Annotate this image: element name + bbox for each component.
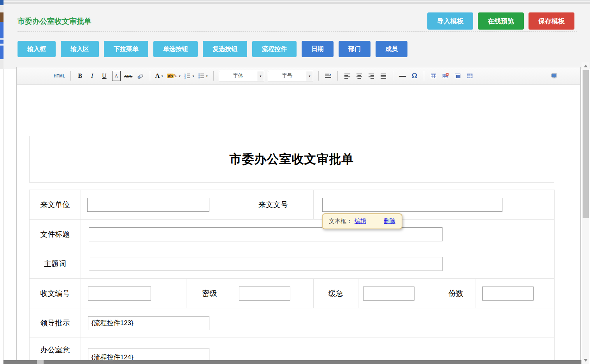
toolbar-separator [393,71,393,81]
align-left-button[interactable] [343,71,351,81]
left-edge-artifact [0,0,4,364]
align-right-icon [368,73,374,79]
security-level-label: 密级 [186,279,233,308]
edge-fragment [0,38,4,40]
add-input-box-button[interactable]: 输入框 [18,41,56,57]
chevron-down-icon: ▼ [161,75,163,77]
dashed-divider [18,31,577,32]
align-center-button[interactable] [355,71,363,81]
highlight-color-button[interactable]: ab ✎ ▼ [167,73,181,79]
edge-fragment [0,0,4,5]
delete-table-button[interactable] [441,71,450,81]
bottom-bar[interactable] [0,360,581,364]
add-flow-control-button[interactable]: 流程控件 [252,41,297,57]
highlight-label: ab [167,74,174,78]
add-radio-button[interactable]: 单选按钮 [153,41,198,57]
incoming-doc-number-input[interactable] [322,198,502,212]
security-level-input[interactable] [239,287,290,301]
toolbar-separator [70,71,71,81]
monitor-icon [551,73,558,79]
leader-instructions-input[interactable] [88,316,209,330]
font-size-label: 字号 [268,72,306,79]
urgency-input[interactable] [363,287,414,301]
document-title-label: 文件标题 [30,220,81,249]
add-checkbox-button[interactable]: 复选按钮 [203,41,247,57]
delete-field-link[interactable]: 删除 [384,218,395,225]
component-toolbar: 输入框 输入区 下拉菜单 单选按钮 复选按钮 流程控件 日期 部门 成员 [18,41,407,57]
form-table: 来文单位 来文文号 文件标题 主题词 收文编号 密 [29,190,555,364]
bold-button[interactable]: B [76,71,84,81]
table-row: 文件标题 [30,220,555,249]
justify-icon [380,73,386,79]
toolbar-separator [337,71,338,81]
align-center-icon [356,73,362,79]
table-properties-button[interactable] [465,71,474,81]
edge-fragment [0,44,4,46]
incoming-unit-cell [81,190,233,220]
indent-button[interactable] [324,71,332,81]
copies-cell [476,279,555,308]
insert-table-button[interactable] [429,71,438,81]
chevron-down-icon: ▼ [192,75,195,77]
underline-button[interactable]: U [100,71,109,81]
cell-properties-button[interactable] [453,71,462,81]
edge-fragment [0,59,4,69]
ordered-list-icon: 1 2 3 [184,73,191,79]
add-date-button[interactable]: 日期 [302,41,334,57]
cell-properties-icon [455,73,461,79]
import-template-button[interactable]: 导入模板 [427,12,473,30]
svg-text:3: 3 [184,77,186,79]
vertical-scrollbar[interactable] [582,62,589,364]
subject-words-input[interactable] [89,257,442,271]
scroll-down-arrow[interactable] [584,359,588,362]
copies-label: 份数 [436,279,476,308]
receipt-number-cell [81,279,186,308]
align-right-button[interactable] [367,71,376,81]
add-department-button[interactable]: 部门 [339,41,371,57]
add-dropdown-button[interactable]: 下拉菜单 [104,41,148,57]
table-icon [430,73,437,79]
template-actions: 导入模板 在线预览 保存模板 [427,12,574,30]
urgency-label: 缓急 [314,279,358,308]
form-title: 市委办公室收文审批单 [230,151,354,167]
unordered-list-button[interactable]: ▼ [198,73,208,79]
pencil-icon: ✎ [173,73,177,79]
field-action-tooltip: 文本框： 编辑 删除 [322,213,402,229]
receipt-number-input[interactable] [88,287,151,301]
leader-instructions-cell [81,308,555,338]
remove-format-button[interactable] [136,71,145,81]
justify-button[interactable] [379,71,388,81]
font-color-button[interactable]: A ▼ [155,72,164,79]
add-textarea-button[interactable]: 输入区 [61,41,99,57]
table-row: 领导批示 [30,308,555,338]
chevron-down-icon: ▼ [205,75,208,77]
edit-field-link[interactable]: 编辑 [355,218,366,225]
source-code-button[interactable]: HTML [54,71,65,81]
incoming-unit-label: 来文单位 [30,190,81,220]
horizontal-rule-button[interactable]: — [398,71,407,81]
edge-fragment [0,12,4,22]
chevron-down-icon: ▼ [306,71,313,81]
copies-input[interactable] [482,287,534,301]
save-template-button[interactable]: 保存模板 [529,12,574,30]
italic-button[interactable]: I [88,71,97,81]
border-text-button[interactable]: A [112,71,121,81]
align-left-icon [344,73,350,79]
ordered-list-button[interactable]: 1 2 3 ▼ [184,73,195,79]
security-level-cell [233,279,314,308]
edge-fragment [0,22,4,59]
font-family-select[interactable]: 字体 ▼ [219,71,264,81]
receipt-number-label: 收文编号 [30,279,81,308]
incoming-unit-input[interactable] [87,198,209,212]
special-char-button[interactable]: Ω [410,71,419,81]
indent-icon [325,73,332,79]
add-member-button[interactable]: 成员 [376,41,407,57]
strikethrough-button[interactable]: ABC [124,71,133,81]
scrollbar-thumb[interactable] [583,70,589,218]
font-color-label: A [155,72,160,79]
online-preview-button[interactable]: 在线预览 [478,12,524,30]
toolbar-separator [150,71,150,81]
fullscreen-button[interactable] [550,71,558,81]
font-size-select[interactable]: 字号 ▼ [268,71,313,81]
scroll-up-arrow[interactable] [584,65,588,67]
